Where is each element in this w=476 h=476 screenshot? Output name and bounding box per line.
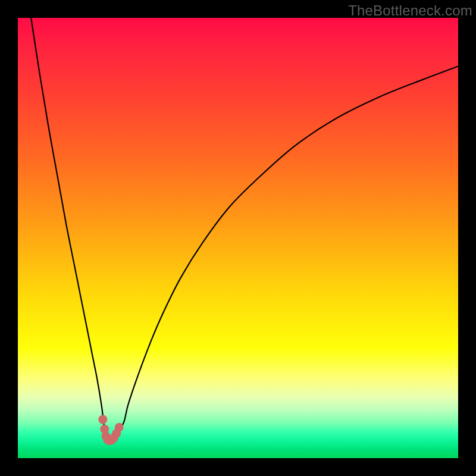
watermark-text: TheBottleneck.com [348,2,472,19]
chart-frame: TheBottleneck.com [0,0,476,476]
curve-layer [18,18,458,458]
minimum-marker [115,423,124,432]
bottleneck-curve [31,18,458,441]
plot-area [18,18,458,458]
minimum-marker [98,415,107,424]
minimum-marker-group [98,415,123,445]
